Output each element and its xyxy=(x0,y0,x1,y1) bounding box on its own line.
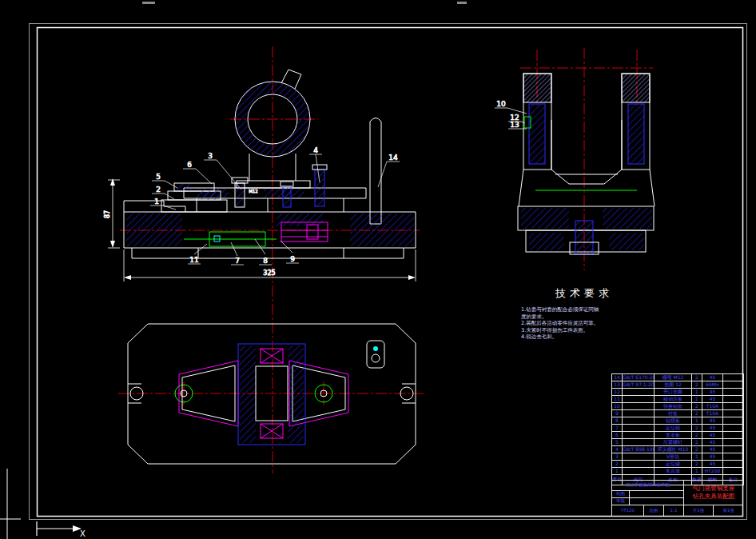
crosshair-cursor xyxy=(0,469,21,539)
balloon-label: 3 xyxy=(208,152,213,160)
bom-note xyxy=(723,432,744,439)
side-view[interactable] xyxy=(518,74,655,254)
bom-code: GB/T 97.1-2002 xyxy=(623,381,655,389)
drawing-title-line1: 气门摇臂轴支座 xyxy=(693,485,735,493)
bom-row[interactable]: 11 移动压板 1 45 xyxy=(612,396,744,403)
bom-row[interactable]: 12 开口垫圈 1 45 xyxy=(612,389,744,396)
bom-qty: 2 xyxy=(692,432,702,439)
bom-row[interactable]: 6 支承板 2 45 xyxy=(612,432,744,439)
bom-code: GB/T 6170-2000 xyxy=(623,374,655,381)
bom-material: 45 xyxy=(702,425,723,432)
bom-qty: 1 xyxy=(692,468,702,475)
bom-qty: 2 xyxy=(692,425,702,432)
bom-seq: 3 xyxy=(612,453,623,461)
bom-seq: 1 xyxy=(612,468,623,475)
title-block[interactable]: 三江学院机械工程学院 气门摇臂轴支座 钻孔夹具装配图 制图 审核 YT120 比… xyxy=(611,480,743,517)
bom-name: 压紧螺钉 xyxy=(655,439,692,446)
bom-code xyxy=(623,432,655,439)
bom-row[interactable]: 1 夹具体 1 HT200 xyxy=(612,468,744,475)
bom-seq: 9 xyxy=(612,410,623,417)
bom-qty: 1 xyxy=(692,453,702,461)
bom-material: 65Mn xyxy=(702,381,723,389)
title-block-check-label: 审核 xyxy=(612,498,630,505)
bom-note xyxy=(723,461,744,468)
bom-row[interactable]: 8 钻模板 1 45 xyxy=(612,417,744,425)
title-block-sheet1: 共1张 xyxy=(684,505,714,516)
bom-qty: 2 xyxy=(692,461,702,468)
bom-qty: 2 xyxy=(692,410,702,417)
bom-material: HT200 xyxy=(702,468,723,475)
bom-row[interactable]: 4 GB/T 898-1988 双头螺柱 M10 2 45 xyxy=(612,446,744,453)
bom-code xyxy=(623,417,655,425)
bom-code xyxy=(623,396,655,403)
title-block-org: 三江学院机械工程学院 xyxy=(612,481,684,491)
bom-row[interactable]: 10 快换钻套 2 T10A xyxy=(612,403,744,410)
tech-requirement-line: 4.锐边去毛刺。 xyxy=(521,333,647,341)
plan-view[interactable] xyxy=(128,324,416,464)
bom-material: 45 xyxy=(702,417,723,425)
bom-name: 支承板 xyxy=(655,432,692,439)
title-block-sheet2: 第1张 xyxy=(714,505,743,516)
bom-qty: 1 xyxy=(692,396,702,403)
bom-qty: 1 xyxy=(692,417,702,425)
bom-qty: 2 xyxy=(692,403,702,410)
balloon-label: 6 xyxy=(187,161,192,169)
title-block-check-value xyxy=(630,498,684,505)
cad-canvas[interactable]: 325 87 M12 1 2 3 4 5 6 7 8 9 11 14 10 12… xyxy=(0,0,756,539)
bom-seq: 8 xyxy=(612,417,623,425)
tech-requirement-line: 3.夹紧时不得损伤工件表面。 xyxy=(521,327,647,334)
bom-material: 45 xyxy=(702,461,723,468)
ucs-x-label: X xyxy=(80,529,86,538)
bom-code xyxy=(623,461,655,468)
bom-seq: 10 xyxy=(612,403,623,410)
bom-material: T10A xyxy=(702,403,723,410)
bom-code xyxy=(623,410,655,417)
bom-seq: 7 xyxy=(612,425,623,432)
tech-requirements-lines: 1.钻套与衬套的配合必须保证同轴 度的要求。2.装配后各活动零件应灵活可靠。3.… xyxy=(521,306,647,341)
menu-remnants xyxy=(142,2,467,4)
bom-material: 45 xyxy=(702,453,723,461)
bom-row[interactable]: 13 GB/T 97.1-2002 垫圈 12 2 65Mn xyxy=(612,381,744,389)
balloon-label: 2 xyxy=(156,186,161,194)
bom-note xyxy=(723,439,744,446)
bom-seq: 13 xyxy=(612,381,623,389)
ucs-icon: X xyxy=(37,521,86,538)
bom-row[interactable]: 2 定位键 2 45 xyxy=(612,461,744,468)
title-block-code: YT120 xyxy=(612,505,644,516)
bom-note xyxy=(723,410,744,417)
bom-note xyxy=(723,453,744,461)
bom-seq: 6 xyxy=(612,432,623,439)
balloon-label: 10 xyxy=(496,100,506,108)
bom-note xyxy=(723,446,744,453)
bom-seq: 14 xyxy=(612,374,623,381)
bom-material: 45 xyxy=(702,374,723,381)
bom-seq: 2 xyxy=(612,461,623,468)
bom-row[interactable]: 7 定位销 2 45 xyxy=(612,425,744,432)
bom-row[interactable]: 5 压紧螺钉 2 45 xyxy=(612,439,744,446)
balloon-callouts[interactable]: 1 2 3 4 5 6 7 8 9 11 14 10 12 13 xyxy=(150,100,527,265)
drawing-title-line2: 钻孔夹具装配图 xyxy=(693,493,735,501)
bom-row[interactable]: 3 V形块 1 45 xyxy=(612,453,744,461)
bom-name: 衬套 xyxy=(655,410,692,417)
bom-note xyxy=(723,381,744,389)
bom-code xyxy=(623,468,655,475)
bom-name: 双头螺柱 M10 xyxy=(655,446,692,453)
bom-row[interactable]: 9 衬套 2 T10A xyxy=(612,410,744,417)
bom-name: 移动压板 xyxy=(655,396,692,403)
bom-note xyxy=(723,403,744,410)
bom-material: 45 xyxy=(702,432,723,439)
bom-name: 开口垫圈 xyxy=(655,389,692,396)
bom-code xyxy=(623,403,655,410)
bom-row[interactable]: 14 GB/T 6170-2000 螺母 M12 2 45 xyxy=(612,374,744,381)
bom-code xyxy=(623,425,655,432)
dim-base-height: 87 xyxy=(104,210,111,218)
bom-note xyxy=(723,425,744,432)
balloon-label: 7 xyxy=(235,257,240,265)
bom-code xyxy=(623,453,655,461)
tech-requirements[interactable]: 技术要求 1.钻套与衬套的配合必须保证同轴 度的要求。2.装配后各活动零件应灵活… xyxy=(521,286,647,341)
parts-list-table[interactable]: 14 GB/T 6170-2000 螺母 M12 2 45 13 GB/T 97… xyxy=(611,373,743,480)
bom-seq: 5 xyxy=(612,439,623,446)
bom-qty: 2 xyxy=(692,374,702,381)
balloon-label: 5 xyxy=(156,173,161,181)
title-block-drawing-title: 气门摇臂轴支座 钻孔夹具装配图 xyxy=(684,481,743,505)
